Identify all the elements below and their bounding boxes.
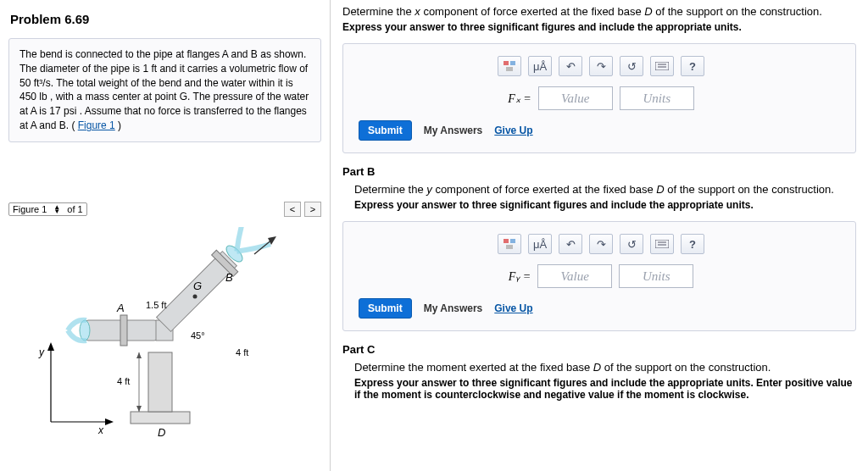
help-button[interactable]: ? bbox=[681, 56, 704, 76]
point-G-marker bbox=[192, 294, 197, 298]
redo-icon[interactable]: ↷ bbox=[589, 56, 613, 76]
partB-myanswers-label: My Answers bbox=[424, 302, 483, 314]
partB-giveup-link[interactable]: Give Up bbox=[494, 302, 532, 314]
svg-rect-7 bbox=[504, 239, 509, 243]
dim-4ft-v: 4 ft bbox=[117, 376, 130, 386]
y-axis-arrow-icon bbox=[47, 342, 54, 351]
reset-icon[interactable]: ↺ bbox=[620, 234, 643, 254]
figure-prev-button[interactable]: < bbox=[284, 202, 301, 217]
undo-icon[interactable]: ↶ bbox=[559, 56, 582, 76]
partB-toolbar: μÅ ↶ ↷ ↺ ? bbox=[359, 234, 843, 254]
svg-rect-1 bbox=[504, 61, 509, 65]
svg-rect-2 bbox=[510, 61, 515, 65]
partA-var-label: Fₓ = bbox=[508, 91, 531, 106]
partB-heading: Part B bbox=[342, 165, 856, 178]
figure-dropdown[interactable]: Figure 1 ▲▼ of 1 bbox=[8, 202, 87, 216]
partB-units-input[interactable]: Units bbox=[619, 264, 693, 288]
pipe-bend-diagram: y x D A bbox=[25, 227, 305, 439]
svg-rect-4 bbox=[655, 62, 669, 70]
dropdown-arrows-icon: ▲▼ bbox=[53, 205, 60, 213]
partC-heading: Part C bbox=[342, 343, 856, 356]
partB-prompt: Determine the y component of force exert… bbox=[354, 183, 856, 196]
undo-icon[interactable]: ↶ bbox=[559, 234, 582, 254]
label-B: B bbox=[225, 271, 233, 284]
problem-body-close: ) bbox=[118, 119, 121, 131]
problem-statement-box: The bend is connected to the pipe at fla… bbox=[8, 38, 321, 142]
label-G: G bbox=[193, 280, 202, 292]
base-plate bbox=[131, 412, 190, 424]
help-button[interactable]: ? bbox=[681, 234, 704, 254]
problem-body: The bend is connected to the pipe at fla… bbox=[19, 48, 309, 131]
problem-title: Problem 6.69 bbox=[10, 12, 321, 26]
figure-selector-bar: Figure 1 ▲▼ of 1 < > bbox=[8, 202, 321, 217]
partA-myanswers-label: My Answers bbox=[424, 125, 483, 136]
partA-submit-row: Submit My Answers Give Up bbox=[359, 120, 843, 141]
figure-link[interactable]: Figure 1 bbox=[78, 119, 115, 131]
format-fraction-icon[interactable] bbox=[498, 234, 521, 254]
unit-symbol-button[interactable]: μÅ bbox=[528, 56, 552, 76]
keyboard-icon[interactable] bbox=[650, 234, 674, 254]
partB-value-input[interactable]: Value bbox=[537, 264, 612, 288]
partA-giveup-link[interactable]: Give Up bbox=[494, 125, 532, 136]
reset-icon[interactable]: ↺ bbox=[620, 56, 643, 76]
label-A: A bbox=[116, 302, 125, 314]
dim-45deg: 45° bbox=[191, 330, 205, 341]
dim-1.5ft: 1.5 ft bbox=[146, 300, 166, 310]
partB-instruction: Express your answer to three significant… bbox=[354, 199, 856, 211]
partB-input-row: Fᵧ = Value Units bbox=[359, 264, 843, 288]
partA-units-input[interactable]: Units bbox=[620, 86, 694, 110]
dim-arrow-up bbox=[136, 352, 142, 358]
svg-rect-10 bbox=[655, 240, 669, 248]
figure-of-label: of 1 bbox=[67, 204, 82, 214]
flange-A bbox=[120, 315, 127, 346]
flow-inlet-icon bbox=[80, 320, 90, 341]
svg-rect-8 bbox=[510, 239, 515, 243]
partA-instruction: Express your answer to three significant… bbox=[342, 21, 856, 33]
format-fraction-icon[interactable] bbox=[498, 56, 521, 76]
y-axis-label: y bbox=[38, 346, 45, 358]
partC-prompt: Determine the moment exerted at the fixe… bbox=[354, 361, 856, 374]
right-column: Determine the x component of force exert… bbox=[331, 0, 868, 471]
label-D: D bbox=[158, 426, 165, 439]
dim-4ft-b: 4 ft bbox=[236, 347, 248, 357]
keyboard-icon[interactable] bbox=[650, 56, 674, 76]
partA-input-row: Fₓ = Value Units bbox=[359, 86, 843, 110]
unit-symbol-button[interactable]: μÅ bbox=[528, 234, 552, 254]
partA-answer-panel: μÅ ↶ ↷ ↺ ? Fₓ = Value Units Submit My An… bbox=[342, 43, 856, 153]
partC-instruction: Express your answer to three significant… bbox=[354, 377, 856, 401]
left-column: Problem 6.69 The bend is connected to th… bbox=[0, 0, 331, 471]
bend-group bbox=[150, 227, 270, 341]
partA-toolbar: μÅ ↶ ↷ ↺ ? bbox=[359, 56, 843, 76]
partB-submit-button[interactable]: Submit bbox=[359, 298, 412, 319]
redo-icon[interactable]: ↷ bbox=[589, 234, 613, 254]
partB-var-label: Fᵧ = bbox=[509, 269, 531, 284]
svg-rect-9 bbox=[506, 245, 513, 249]
partA-prompt: Determine the x component of force exert… bbox=[342, 5, 856, 18]
figure-next-button[interactable]: > bbox=[304, 202, 321, 217]
x-axis-arrow-icon bbox=[105, 418, 114, 425]
partB-submit-row: Submit My Answers Give Up bbox=[359, 298, 843, 319]
figure-diagram: y x D A bbox=[8, 227, 321, 439]
figure-current-label: Figure 1 bbox=[13, 204, 47, 214]
partA-submit-button[interactable]: Submit bbox=[359, 120, 412, 141]
pedestal bbox=[148, 352, 172, 412]
partB-answer-panel: μÅ ↶ ↷ ↺ ? Fᵧ = Value Units Submit My An… bbox=[342, 221, 856, 331]
svg-rect-3 bbox=[506, 67, 513, 71]
x-axis-label: x bbox=[97, 424, 104, 436]
dim-arrow-down bbox=[136, 406, 142, 412]
partA-value-input[interactable]: Value bbox=[538, 86, 613, 110]
